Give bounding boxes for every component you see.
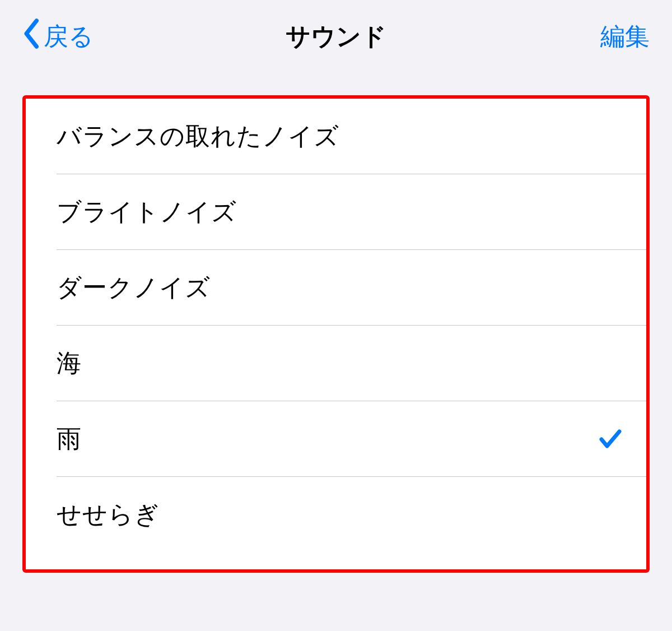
list-item-label: ダークノイズ	[57, 271, 211, 304]
list-item-label: 雨	[57, 423, 82, 456]
list-item[interactable]: せせらぎ	[26, 477, 646, 553]
sound-list: バランスの取れたノイズ ブライトノイズ ダークノイズ 海 雨 せせらぎ	[26, 99, 646, 569]
list-item-label: 海	[57, 347, 82, 380]
nav-bar: 戻る サウンド 編集	[0, 0, 672, 73]
checkmark-icon	[597, 425, 624, 454]
list-item-label: せせらぎ	[57, 498, 160, 531]
chevron-left-icon	[22, 18, 41, 55]
back-button[interactable]: 戻る	[22, 18, 94, 55]
list-item-label: ブライトノイズ	[57, 196, 237, 229]
list-item-label: バランスの取れたノイズ	[57, 120, 339, 153]
page-title: サウンド	[286, 20, 386, 53]
edit-button[interactable]: 編集	[600, 20, 650, 53]
list-item[interactable]: ブライトノイズ	[26, 174, 646, 250]
list-item[interactable]: 海	[26, 326, 646, 401]
list-item[interactable]: 雨	[26, 401, 646, 477]
back-label: 戻る	[44, 20, 94, 53]
list-item[interactable]: バランスの取れたノイズ	[26, 99, 646, 174]
list-item[interactable]: ダークノイズ	[26, 250, 646, 326]
sound-list-container: バランスの取れたノイズ ブライトノイズ ダークノイズ 海 雨 せせらぎ	[22, 95, 650, 573]
